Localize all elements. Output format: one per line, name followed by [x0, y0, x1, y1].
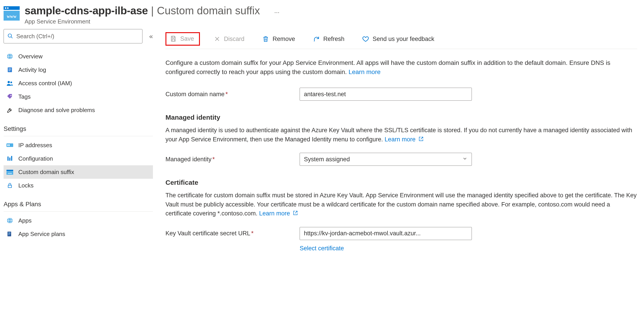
svg-line-6 [11, 37, 12, 38]
feedback-button[interactable]: Send us your feedback [358, 33, 438, 45]
log-icon [6, 66, 14, 73]
field-managed-identity: Managed identity* System assigned [166, 153, 637, 166]
resource-name: sample-cdns-app-ilb-ase [24, 4, 148, 17]
svg-text:www: www [7, 14, 16, 19]
svg-rect-34 [172, 36, 174, 38]
cmd-label: Save [180, 35, 194, 42]
svg-text:www: www [8, 172, 12, 174]
main-content: Save Discard Remove Refresh [156, 29, 644, 252]
svg-rect-11 [8, 68, 11, 69]
sidebar-item-label: Diagnose and solve problems [18, 107, 95, 114]
section-managed-identity-text: A managed identity is used to authentica… [166, 126, 637, 144]
cmd-label: Discard [224, 36, 245, 42]
select-value: System assigned [304, 156, 350, 163]
certificate-learn-more-link[interactable]: Learn more [259, 210, 298, 217]
discard-button[interactable]: Discard [209, 33, 249, 45]
svg-point-16 [10, 95, 12, 96]
sidebar-item-label: Overview [18, 53, 42, 60]
svg-point-15 [10, 82, 12, 84]
custom-domain-input[interactable] [300, 88, 472, 101]
field-label: Managed identity* [166, 156, 291, 163]
svg-rect-18 [8, 144, 8, 146]
managed-identity-learn-more-link[interactable]: Learn more [384, 136, 424, 143]
sidebar-item-activity-log[interactable]: Activity log [4, 63, 153, 76]
required-asterisk: * [226, 91, 228, 98]
sidebar-item-label: App Service plans [18, 230, 65, 238]
search-icon [8, 33, 13, 40]
svg-rect-4 [7, 8, 8, 9]
svg-rect-32 [8, 234, 10, 234]
sidebar-search[interactable] [4, 29, 142, 44]
sidebar-item-label: Activity log [18, 66, 46, 73]
refresh-button[interactable]: Refresh [308, 33, 348, 45]
sidebar-item-apps[interactable]: Apps [4, 214, 153, 227]
search-input[interactable] [16, 33, 139, 40]
sidebar-item-label: IP addresses [18, 142, 52, 149]
required-asterisk: * [251, 230, 254, 237]
people-icon [6, 80, 14, 87]
sidebar-item-label: Configuration [18, 155, 53, 162]
bars-icon [6, 155, 14, 162]
svg-point-5 [8, 34, 12, 37]
lock-icon [6, 182, 14, 189]
svg-rect-23 [6, 170, 13, 171]
sidebar-item-overview[interactable]: Overview [4, 50, 153, 63]
cmd-label: Refresh [323, 36, 344, 42]
www-icon: www [6, 168, 14, 176]
sidebar-item-access-control[interactable]: Access control (IAM) [4, 76, 153, 90]
sidebar: « Overview Activity log Access control (… [0, 29, 156, 252]
close-icon [213, 35, 221, 43]
external-link-icon [293, 210, 298, 216]
sidebar-item-ip-addresses[interactable]: IP addresses [4, 138, 153, 152]
intro-learn-more-link[interactable]: Learn more [348, 68, 380, 76]
wrench-icon [6, 106, 14, 114]
sidebar-item-app-service-plans[interactable]: App Service plans [4, 227, 153, 241]
section-managed-identity: Managed identity [166, 114, 637, 121]
ip-icon [6, 142, 14, 149]
sidebar-item-diagnose[interactable]: Diagnose and solve problems [4, 103, 153, 117]
resource-type-icon: www [4, 4, 20, 20]
managed-identity-select[interactable]: System assigned [300, 153, 472, 166]
field-label: Key Vault certificate secret URL* [166, 230, 291, 237]
sidebar-item-label: Access control (IAM) [18, 80, 72, 87]
heart-icon [362, 35, 370, 43]
svg-point-14 [8, 81, 10, 83]
nav-settings-list: IP addresses Configuration www Custom do… [4, 138, 153, 192]
field-custom-domain: Custom domain name* [166, 88, 637, 101]
intro-text: Configure a custom domain suffix for you… [166, 59, 610, 76]
trash-icon [262, 35, 270, 43]
kv-url-input[interactable] [300, 227, 472, 240]
sidebar-item-custom-domain-suffix[interactable]: www Custom domain suffix [4, 165, 153, 179]
globe-icon [6, 217, 14, 224]
select-certificate-link[interactable]: Select certificate [300, 245, 637, 252]
globe-icon [6, 53, 14, 60]
sidebar-item-tags[interactable]: Tags [4, 90, 153, 103]
cmd-label: Remove [272, 36, 295, 42]
nav-section-settings: Settings [4, 117, 153, 136]
nav-general-list: Overview Activity log Access control (IA… [4, 50, 153, 117]
svg-rect-33 [8, 234, 10, 235]
more-actions-button[interactable]: ··· [274, 9, 279, 16]
svg-rect-20 [8, 156, 9, 161]
page-header: www sample-cdns-app-ilb-ase | Custom dom… [0, 0, 644, 29]
section-certificate: Certificate [166, 179, 637, 186]
chevron-down-icon [462, 156, 468, 163]
collapse-sidebar-button[interactable]: « [149, 32, 153, 40]
sidebar-item-label: Locks [18, 182, 34, 189]
save-button[interactable]: Save [166, 32, 200, 46]
command-bar: Save Discard Remove Refresh [166, 29, 637, 49]
section-certificate-text: The certificate for custom domain suffix… [166, 191, 637, 218]
svg-rect-3 [5, 8, 6, 9]
sidebar-item-configuration[interactable]: Configuration [4, 152, 153, 165]
sidebar-item-label: Tags [18, 93, 31, 100]
svg-rect-35 [172, 39, 174, 41]
svg-rect-31 [8, 232, 10, 233]
remove-button[interactable]: Remove [258, 33, 299, 45]
sidebar-item-locks[interactable]: Locks [4, 179, 153, 192]
svg-rect-12 [8, 70, 11, 70]
nav-apps-list: Apps App Service plans [4, 214, 153, 241]
field-kv-url: Key Vault certificate secret URL* [166, 227, 637, 240]
svg-rect-26 [8, 185, 12, 188]
sidebar-item-label: Apps [18, 217, 32, 224]
refresh-icon [312, 35, 320, 43]
